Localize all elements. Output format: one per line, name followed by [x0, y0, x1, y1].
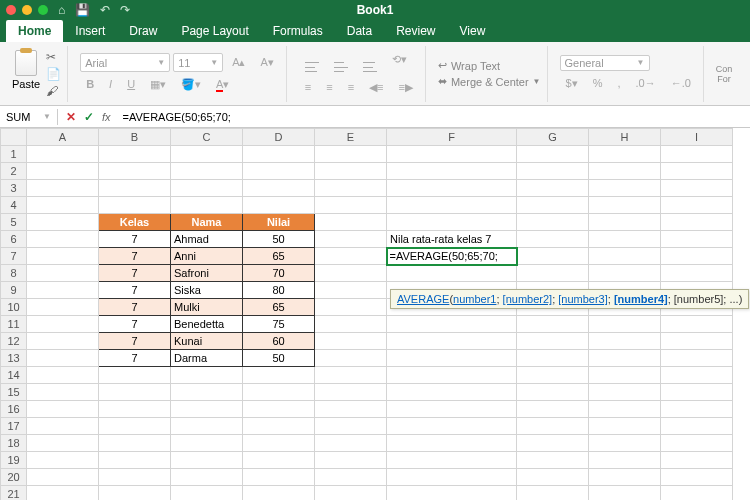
cell[interactable]: Benedetta — [171, 316, 243, 333]
row-header[interactable]: 10 — [1, 299, 27, 316]
formula-input[interactable]: =AVERAGE(50;65;70; — [119, 109, 750, 125]
row-header[interactable]: 2 — [1, 163, 27, 180]
currency-icon[interactable]: $▾ — [560, 74, 584, 93]
row-header[interactable]: 4 — [1, 197, 27, 214]
row-header[interactable]: 5 — [1, 214, 27, 231]
align-center-icon[interactable]: ≡ — [320, 78, 338, 97]
cell[interactable]: 70 — [243, 265, 315, 282]
merge-center-button[interactable]: ⬌Merge & Center▼ — [438, 75, 541, 88]
cell[interactable]: 7 — [99, 282, 171, 299]
increase-font-icon[interactable]: A▴ — [226, 53, 251, 72]
comma-icon[interactable]: , — [611, 74, 626, 93]
row-header[interactable]: 3 — [1, 180, 27, 197]
cell[interactable]: 80 — [243, 282, 315, 299]
align-top-icon[interactable] — [299, 50, 325, 75]
increase-decimal-icon[interactable]: .0→ — [629, 74, 661, 93]
name-box[interactable]: SUM▼ — [0, 109, 58, 125]
increase-indent-icon[interactable]: ≡▶ — [393, 78, 419, 97]
cell[interactable]: 65 — [243, 248, 315, 265]
table-header[interactable]: Nilai — [243, 214, 315, 231]
row-header[interactable]: 20 — [1, 469, 27, 486]
tab-insert[interactable]: Insert — [63, 20, 117, 42]
align-bottom-icon[interactable] — [357, 50, 383, 75]
copy-icon[interactable]: 📄 — [46, 67, 61, 81]
bold-button[interactable]: B — [80, 75, 100, 94]
orientation-icon[interactable]: ⟲▾ — [386, 50, 413, 75]
cell[interactable]: 50 — [243, 350, 315, 367]
col-header[interactable]: D — [243, 129, 315, 146]
col-header[interactable]: E — [315, 129, 387, 146]
table-header[interactable]: Nama — [171, 214, 243, 231]
decrease-indent-icon[interactable]: ◀≡ — [363, 78, 389, 97]
row-header[interactable]: 14 — [1, 367, 27, 384]
paste-button[interactable]: Paste — [12, 50, 40, 98]
row-header[interactable]: 16 — [1, 401, 27, 418]
format-painter-icon[interactable]: 🖌 — [46, 84, 61, 98]
cell[interactable]: 7 — [99, 299, 171, 316]
home-icon[interactable]: ⌂ — [58, 3, 65, 17]
cell[interactable]: Darma — [171, 350, 243, 367]
close-icon[interactable] — [6, 5, 16, 15]
active-cell[interactable]: =AVERAGE(50;65;70; — [387, 248, 517, 265]
row-header[interactable]: 7 — [1, 248, 27, 265]
redo-icon[interactable]: ↷ — [120, 3, 130, 17]
cell[interactable]: 7 — [99, 316, 171, 333]
conditional-formatting-button[interactable]: Con For — [716, 64, 733, 84]
font-size-select[interactable]: 11▼ — [173, 53, 223, 72]
col-header[interactable]: B — [99, 129, 171, 146]
percent-icon[interactable]: % — [587, 74, 609, 93]
cell[interactable]: Ahmad — [171, 231, 243, 248]
col-header[interactable]: H — [589, 129, 661, 146]
tab-view[interactable]: View — [448, 20, 498, 42]
underline-button[interactable]: U — [121, 75, 141, 94]
row-header[interactable]: 13 — [1, 350, 27, 367]
row-header[interactable]: 11 — [1, 316, 27, 333]
cell[interactable]: Kunai — [171, 333, 243, 350]
enter-icon[interactable]: ✓ — [84, 110, 94, 124]
save-icon[interactable]: 💾 — [75, 3, 90, 17]
row-header[interactable]: 18 — [1, 435, 27, 452]
cell[interactable]: Mulki — [171, 299, 243, 316]
border-button[interactable]: ▦▾ — [144, 75, 172, 94]
cell[interactable]: 7 — [99, 265, 171, 282]
cell[interactable]: 65 — [243, 299, 315, 316]
cell[interactable]: Nila rata-rata kelas 7 — [387, 231, 517, 248]
row-header[interactable]: 1 — [1, 146, 27, 163]
row-header[interactable]: 8 — [1, 265, 27, 282]
row-header[interactable]: 9 — [1, 282, 27, 299]
worksheet-grid[interactable]: A B C D E F G H I 1 2 3 4 5KelasNamaNila… — [0, 128, 750, 500]
italic-button[interactable]: I — [103, 75, 118, 94]
cell[interactable]: 7 — [99, 248, 171, 265]
col-header[interactable]: C — [171, 129, 243, 146]
decrease-decimal-icon[interactable]: ←.0 — [665, 74, 697, 93]
tab-page-layout[interactable]: Page Layout — [169, 20, 260, 42]
cell[interactable]: 7 — [99, 333, 171, 350]
cell[interactable]: Anni — [171, 248, 243, 265]
font-color-button[interactable]: A▾ — [210, 75, 235, 94]
row-header[interactable]: 6 — [1, 231, 27, 248]
wrap-text-button[interactable]: ↩Wrap Text — [438, 59, 541, 72]
tab-draw[interactable]: Draw — [117, 20, 169, 42]
minimize-icon[interactable] — [22, 5, 32, 15]
tab-data[interactable]: Data — [335, 20, 384, 42]
cut-icon[interactable]: ✂ — [46, 50, 61, 64]
align-right-icon[interactable]: ≡ — [342, 78, 360, 97]
col-header[interactable]: I — [661, 129, 733, 146]
row-header[interactable]: 19 — [1, 452, 27, 469]
cell[interactable]: 75 — [243, 316, 315, 333]
row-header[interactable]: 21 — [1, 486, 27, 501]
cell[interactable]: Siska — [171, 282, 243, 299]
row-header[interactable]: 12 — [1, 333, 27, 350]
tab-review[interactable]: Review — [384, 20, 447, 42]
tab-formulas[interactable]: Formulas — [261, 20, 335, 42]
cancel-icon[interactable]: ✕ — [66, 110, 76, 124]
font-name-select[interactable]: Arial▼ — [80, 53, 170, 72]
cell[interactable]: 7 — [99, 350, 171, 367]
tooltip-fn[interactable]: AVERAGE — [397, 293, 449, 305]
table-header[interactable]: Kelas — [99, 214, 171, 231]
maximize-icon[interactable] — [38, 5, 48, 15]
col-header[interactable]: A — [27, 129, 99, 146]
cell[interactable]: 7 — [99, 231, 171, 248]
undo-icon[interactable]: ↶ — [100, 3, 110, 17]
align-left-icon[interactable]: ≡ — [299, 78, 317, 97]
